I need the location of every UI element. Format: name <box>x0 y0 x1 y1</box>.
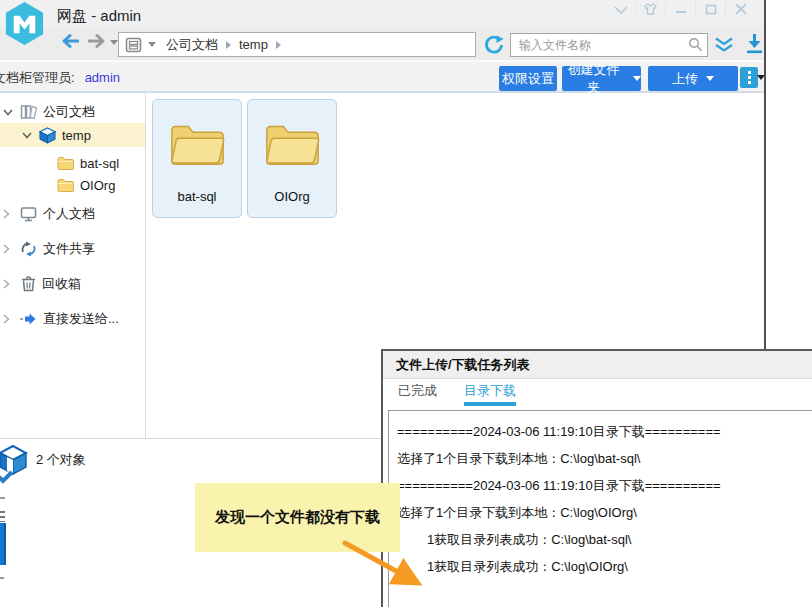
sidebar-item-label: bat-sql <box>80 156 119 171</box>
permissions-button[interactable]: 权限设置 <box>499 66 557 91</box>
caret-expanded-icon[interactable] <box>22 132 32 139</box>
forward-button[interactable] <box>88 33 108 49</box>
clipped-fragment <box>0 511 5 522</box>
clipped-fragment <box>0 577 4 579</box>
caret-collapsed-icon[interactable] <box>3 209 10 219</box>
create-folder-button[interactable]: 创建文件夹 <box>562 66 641 91</box>
log-line: ==========2024-03-06 11:19:10目录下载=======… <box>397 472 812 499</box>
sidebar-divider <box>145 93 146 438</box>
back-button[interactable] <box>59 33 79 49</box>
location-icon[interactable] <box>125 37 142 53</box>
download-log[interactable]: ==========2024-03-06 11:19:10目录下载=======… <box>388 410 812 607</box>
breadcrumb: 公司文档 temp <box>118 32 476 57</box>
collapse-icon[interactable] <box>606 0 635 15</box>
sidebar-item-personal-docs[interactable]: 个人文档 <box>3 203 95 225</box>
sidebar-item-label: OIOrg <box>80 178 115 193</box>
sidebar-item-label: 个人文档 <box>43 205 95 223</box>
breadcrumb-separator-icon <box>276 41 281 49</box>
folder-tile-label: bat-sql <box>153 189 241 204</box>
open-folder-icon <box>261 117 323 169</box>
search-icon[interactable] <box>688 37 703 52</box>
expand-search-icon[interactable] <box>714 37 734 52</box>
maximize-icon[interactable] <box>696 0 725 15</box>
owner-admin-link[interactable]: admin <box>85 70 120 85</box>
upload-button[interactable]: 上传 <box>648 66 738 91</box>
log-line: 选择了1个目录下载到本地：C:\log\OIOrg\ <box>397 499 812 526</box>
location-dropdown-arrow[interactable] <box>148 42 156 47</box>
sidebar-item-label: 公司文档 <box>43 103 95 121</box>
close-icon[interactable] <box>726 0 755 15</box>
log-line: 1获取目录列表成功：C:\log\bat-sql\ <box>397 526 812 553</box>
personal-docs-icon <box>20 206 37 222</box>
clipped-fragment <box>0 523 6 565</box>
recycle-bin-icon <box>21 276 36 292</box>
statusbar-divider <box>0 438 381 439</box>
log-line: 选择了1个目录下载到本地：C:\log\bat-sql\ <box>397 445 812 472</box>
refresh-icon[interactable] <box>483 34 505 56</box>
folder-tile-bat-sql[interactable]: bat-sql <box>152 99 242 218</box>
sidebar-item-label: 回收箱 <box>42 275 81 293</box>
upload-button-label: 上传 <box>672 70 698 88</box>
cube-icon <box>39 127 56 144</box>
dialog-tabs: 已完成 目录下载 <box>383 379 812 406</box>
create-folder-dropdown-arrow <box>633 76 641 81</box>
upload-dropdown-arrow <box>706 76 714 81</box>
transfer-tasks-dialog: 文件上传/下载任务列表 已完成 目录下载 ==========2024-03-0… <box>381 349 812 607</box>
company-docs-icon <box>20 104 37 120</box>
clipped-fragment <box>0 497 5 499</box>
object-count: 2 个对象 <box>36 451 86 469</box>
sidebar-item-recycle-bin[interactable]: 回收箱 <box>3 273 81 295</box>
caret-collapsed-icon[interactable] <box>3 244 10 254</box>
sidebar-item-send-to[interactable]: 直接发送给... <box>3 308 119 330</box>
app-screen: 网盘 - admin <box>0 0 812 607</box>
create-folder-button-label: 创建文件夹 <box>562 61 625 97</box>
folder-icon <box>57 156 74 170</box>
dialog-title: 文件上传/下载任务列表 <box>383 351 812 379</box>
folder-icon <box>57 178 74 192</box>
folder-tile-label: OIOrg <box>248 189 336 204</box>
sidebar-item-label: temp <box>62 128 91 143</box>
sidebar-item-label: 直接发送给... <box>43 310 119 328</box>
permissions-button-label: 权限设置 <box>502 70 554 88</box>
caret-expanded-icon[interactable] <box>3 109 13 116</box>
window-title: 网盘 - admin <box>57 7 141 26</box>
send-to-icon <box>20 312 37 326</box>
open-folder-icon <box>166 117 228 169</box>
search-input[interactable] <box>510 33 708 57</box>
app-logo-icon <box>1 0 48 47</box>
file-share-icon <box>20 241 37 257</box>
search-box <box>510 33 708 57</box>
caret-collapsed-icon[interactable] <box>3 279 10 289</box>
owner-label: 文档柜管理员:admin <box>0 69 120 87</box>
sidebar-item-file-share[interactable]: 文件共享 <box>3 238 95 260</box>
forward-history-arrow[interactable] <box>110 40 118 45</box>
caret-collapsed-icon[interactable] <box>3 314 10 324</box>
skin-icon[interactable] <box>636 0 665 15</box>
tab-directory-download[interactable]: 目录下载 <box>464 382 516 406</box>
sidebar-item-company-docs[interactable]: 公司文档 <box>3 101 95 123</box>
tab-completed[interactable]: 已完成 <box>398 382 437 406</box>
minimize-icon[interactable] <box>666 0 695 15</box>
sidebar-item-temp[interactable]: temp <box>22 124 91 146</box>
log-line: ==========2024-03-06 11:19:10目录下载=======… <box>397 418 812 445</box>
sidebar-item-bat-sql[interactable]: bat-sql <box>57 152 119 174</box>
sidebar-item-oiorg[interactable]: OIOrg <box>57 174 115 196</box>
breadcrumb-item-temp[interactable]: temp <box>239 37 268 52</box>
log-line: 1获取目录列表成功：C:\log\OIOrg\ <box>397 553 812 580</box>
window-controls <box>606 0 755 15</box>
owner-role: 文档柜管理员: <box>0 70 75 85</box>
breadcrumb-item-company-docs[interactable]: 公司文档 <box>166 36 218 54</box>
view-mode-button[interactable] <box>740 67 758 88</box>
clipped-chevron-icon <box>0 469 14 485</box>
download-tasks-icon[interactable] <box>746 33 763 54</box>
sidebar-item-label: 文件共享 <box>43 240 95 258</box>
annotation-arrow-icon <box>333 533 443 599</box>
folder-tile-oiorg[interactable]: OIOrg <box>247 99 337 218</box>
breadcrumb-separator-icon <box>226 41 231 49</box>
